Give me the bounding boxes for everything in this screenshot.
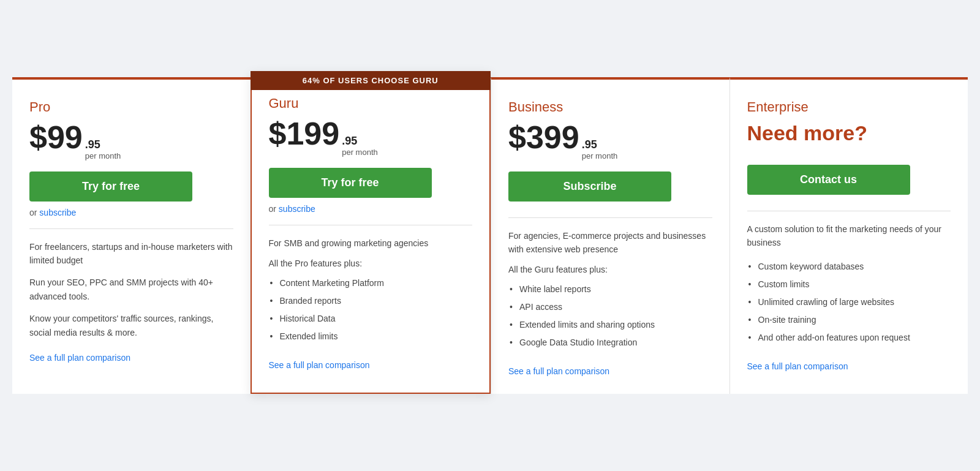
price-cents-block-business: .95 per month [582,135,618,160]
plan-card-guru: 64% OF USERS CHOOSE GURUGuru $199 .95 pe… [251,71,491,394]
feature-item-business-2: Extended limits and sharing options [508,316,712,334]
price-cents-block-guru: .95 per month [342,131,378,157]
feature-item-enterprise-2: Unlimited crawling of large websites [747,293,951,311]
price-period-pro: per month [85,151,121,160]
features-list-enterprise: Custom keyword databasesCustom limitsUnl… [747,258,951,347]
feature-item-enterprise-1: Custom limits [747,276,951,293]
price-main-business: $399 [508,121,579,153]
or-subscribe-guru: or subscribe [269,204,473,214]
feature-item-business-3: Google Data Studio Integration [508,334,712,352]
cta-button-enterprise[interactable]: Contact us [747,165,910,195]
price-row-guru: $199 .95 per month [269,118,473,157]
plan-name-guru: Guru [269,96,473,111]
subscribe-link-guru[interactable]: subscribe [279,204,315,214]
or-subscribe-pro: or subscribe [29,208,233,217]
subscribe-link-pro[interactable]: subscribe [39,208,76,217]
divider-enterprise [747,211,951,211]
feature-item-business-0: White label reports [508,281,712,298]
price-period-business: per month [582,151,618,160]
price-cents-pro: .95 [85,138,121,151]
comparison-link-business[interactable]: See a full plan comparison [508,366,609,376]
plan-desc-pro-0: For freelancers, startups and in-house m… [29,240,233,268]
price-row-pro: $99 .95 per month [29,121,233,160]
cta-button-business[interactable]: Subscribe [508,171,671,202]
plan-name-business: Business [508,99,712,115]
feature-item-guru-1: Branded reports [269,292,473,310]
features-list-guru: Content Marketing PlatformBranded report… [269,274,473,345]
divider-pro [29,228,233,229]
price-cents-block-pro: .95 per month [85,135,121,160]
plan-card-business: Business $399 .95 per month SubscribeFor… [491,77,729,394]
plan-desc-pro-1: Run your SEO, PPC and SMM projects with … [29,276,233,303]
plan-desc-pro-2: Know your competitors' traffic sources, … [29,312,233,339]
features-label-guru: All the Pro features plus: [269,258,473,268]
feature-item-enterprise-3: On-site training [747,311,951,329]
feature-item-guru-2: Historical Data [269,310,473,328]
plan-name-pro: Pro [29,99,233,115]
plan-name-enterprise: Enterprise [747,99,951,115]
feature-item-business-1: API access [508,298,712,316]
divider-business [508,217,712,218]
features-label-business: All the Guru features plus: [508,265,712,274]
comparison-link-enterprise[interactable]: See a full plan comparison [747,361,848,371]
price-cents-business: .95 [582,138,618,151]
cta-button-pro[interactable]: Try for free [29,171,192,202]
comparison-link-guru[interactable]: See a full plan comparison [269,360,370,370]
cta-button-guru[interactable]: Try for free [269,168,432,198]
plan-card-enterprise: EnterpriseNeed more?Contact usA custom s… [729,77,968,394]
pricing-wrapper: Pro $99 .95 per month Try for free or su… [12,77,968,394]
feature-item-enterprise-0: Custom keyword databases [747,258,951,276]
featured-banner: 64% OF USERS CHOOSE GURU [251,71,491,90]
divider-guru [269,225,473,225]
price-period-guru: per month [342,148,378,157]
feature-item-guru-3: Extended limits [269,328,473,345]
plan-desc-guru-0: For SMB and growing marketing agencies [269,236,473,250]
feature-item-enterprise-4: And other add-on features upon request [747,329,951,347]
features-list-business: White label reportsAPI accessExtended li… [508,281,712,352]
price-main-pro: $99 [29,121,83,153]
comparison-link-pro[interactable]: See a full plan comparison [29,353,130,363]
feature-item-guru-0: Content Marketing Platform [269,274,473,292]
price-main-guru: $199 [269,118,340,149]
price-row-business: $399 .95 per month [508,121,712,160]
need-more-label: Need more? [747,121,951,145]
plan-desc-enterprise-0: A custom solution to fit the marketing n… [747,222,951,250]
plan-card-pro: Pro $99 .95 per month Try for free or su… [12,77,251,394]
plan-desc-business-0: For agencies, E-commerce projects and bu… [508,229,712,257]
price-cents-guru: .95 [342,135,378,148]
